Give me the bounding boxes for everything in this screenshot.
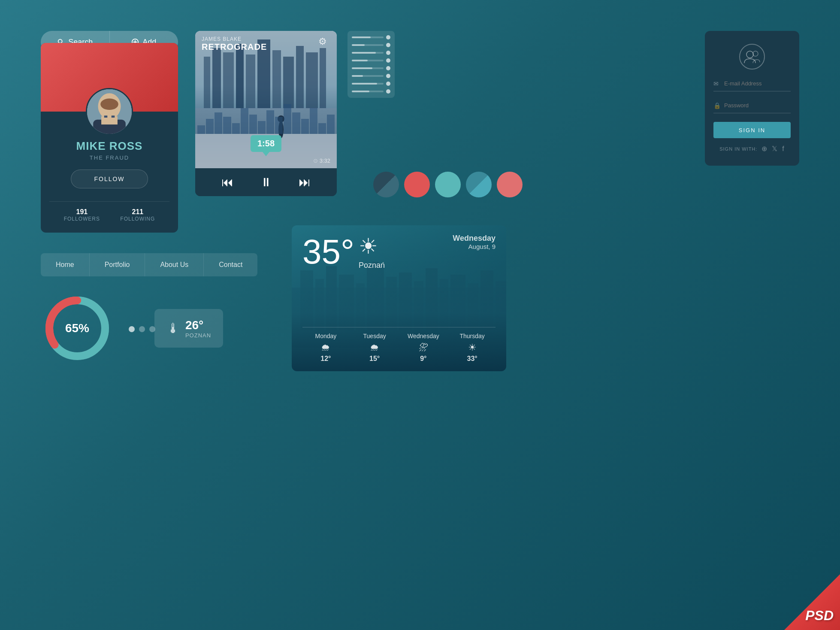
eq-slider-6[interactable] [352,75,384,77]
settings-icon[interactable]: ⚙ [318,36,330,48]
svg-rect-9 [101,116,118,124]
pause-button[interactable]: ⏸ [260,175,272,189]
eq-row-6 [352,74,390,78]
followers-label: FOLLOWERS [64,216,100,222]
weather-city: Poznań [359,261,385,270]
signin-button[interactable]: SIGN IN [713,122,791,138]
donut-label: 65% [65,321,89,335]
eq-slider-8[interactable] [352,91,384,92]
nav-item-home[interactable]: Home [41,253,90,276]
nav-bar: Home Portfolio About Us Contact [41,253,257,276]
email-input[interactable] [713,76,791,91]
signin-with-section: SIGN IN WITH: ⊕ 𝕏 f [719,145,785,153]
thermometer-widget: 🌡 26° POZNAN [154,309,223,348]
music-title-bar: JAMES BLAKE RETROGRADE ⚙ [195,31,337,57]
eq-row-4 [352,58,390,63]
svg-point-7 [100,99,118,110]
forecast-tuesday: Tuesday 🌧 15° [351,333,398,363]
music-artist: JAMES BLAKE [202,36,267,42]
pagination-dots [129,326,155,332]
donut-chart: 65% [41,292,114,365]
music-song: RETROGRADE [202,42,267,52]
eq-slider-7[interactable] [352,83,384,85]
fast-forward-button[interactable]: ⏭ [299,175,311,189]
svg-point-30 [753,51,758,56]
forecast-monday: Monday 🌧 12° [302,333,349,363]
psd-label: PSD [805,608,834,624]
weather-widget: 35° ☀ Poznań Wednesday August, 9 Monday … [292,225,506,371]
following-label: FOLLOWING [120,216,155,222]
followers-count: 191 [76,208,88,215]
weather-date-section: Wednesday August, 9 [453,234,496,250]
eq-row-3 [352,51,390,55]
dot-1[interactable] [129,326,135,332]
email-icon: ✉ [713,80,719,87]
music-duration: ⊙ 3:32 [313,158,330,164]
equalizer [347,31,395,98]
profile-card-header [41,43,178,112]
weather-top: 35° ☀ Poznań Wednesday August, 9 [302,234,496,327]
current-time: 1:58 [251,135,281,152]
thermometer-icon: 🌡 [166,321,180,336]
forecast-wednesday: Wednesday ⛈ 9° [400,333,447,363]
dot-2[interactable] [139,326,145,332]
eq-slider-5[interactable] [352,67,384,69]
psd-badge: PSD [784,574,840,630]
password-input[interactable] [713,98,791,113]
eq-row-7 [352,82,390,86]
thermo-city: POZNAN [185,332,211,339]
eq-row-2 [352,43,390,47]
svg-point-29 [746,51,753,58]
swatch-salmon [497,172,523,197]
login-avatar-icon [739,44,765,70]
eq-slider-3[interactable] [352,52,384,54]
weather-date: August, 9 [453,243,496,250]
followers-stat: 191 FOLLOWERS [64,208,100,222]
profile-card: MIKE ROSS THE FRAUD FOLLOW 191 FOLLOWERS… [41,43,178,233]
profile-subtitle: THE FRAUD [49,154,169,161]
music-player: 1:58 ⊙ 3:32 JAMES BLAKE RETROGRADE ⚙ ⏮ ⏸… [195,31,337,196]
swatch-red [404,172,430,197]
swatch-teal [435,172,461,197]
twitter-icon[interactable]: 𝕏 [772,145,778,153]
eq-slider-2[interactable] [352,44,384,46]
eq-slider-4[interactable] [352,60,384,61]
swatch-dark [373,172,399,197]
weather-forecast: Monday 🌧 12° Tuesday 🌧 15° Wednesday ⛈ 9… [302,327,496,363]
swatch-blue [466,172,492,197]
following-count: 211 [132,208,143,215]
color-swatches [373,172,523,197]
eq-row-5 [352,66,390,70]
nav-item-about[interactable]: About Us [145,253,204,276]
eq-row-1 [352,35,390,39]
forecast-thursday: Thursday ☀ 33° [449,333,496,363]
nav-item-contact[interactable]: Contact [204,253,257,276]
svg-rect-11 [112,115,115,118]
music-artwork: 1:58 ⊙ 3:32 JAMES BLAKE RETROGRADE ⚙ [195,31,337,168]
eq-row-8 [352,89,390,94]
google-icon[interactable]: ⊕ [761,145,767,153]
avatar-image [87,89,132,134]
weather-day: Wednesday [453,234,496,243]
sun-icon: ☀ [359,234,385,259]
waveform [195,100,337,134]
thermo-temp: 26° [185,318,211,332]
email-field-wrap: ✉ [713,76,791,91]
signin-with-label: SIGN IN WITH: [719,146,757,151]
facebook-icon[interactable]: f [782,145,784,153]
lock-icon: 🔒 [713,102,721,109]
profile-name: MIKE ROSS [49,139,169,153]
follow-button[interactable]: FOLLOW [71,170,148,188]
nav-item-portfolio[interactable]: Portfolio [90,253,145,276]
rewind-button[interactable]: ⏮ [221,175,233,189]
weather-temp: 35° [302,235,354,269]
music-controls: ⏮ ⏸ ⏭ [195,168,337,196]
password-field-wrap: 🔒 [713,98,791,113]
eq-slider-1[interactable] [352,36,384,38]
svg-rect-10 [104,115,108,118]
login-card: ✉ 🔒 SIGN IN SIGN IN WITH: ⊕ 𝕏 f [705,31,799,166]
avatar-svg [87,89,132,134]
users-icon [743,49,761,64]
avatar [86,88,133,135]
profile-stats: 191 FOLLOWERS 211 FOLLOWING [49,201,169,224]
